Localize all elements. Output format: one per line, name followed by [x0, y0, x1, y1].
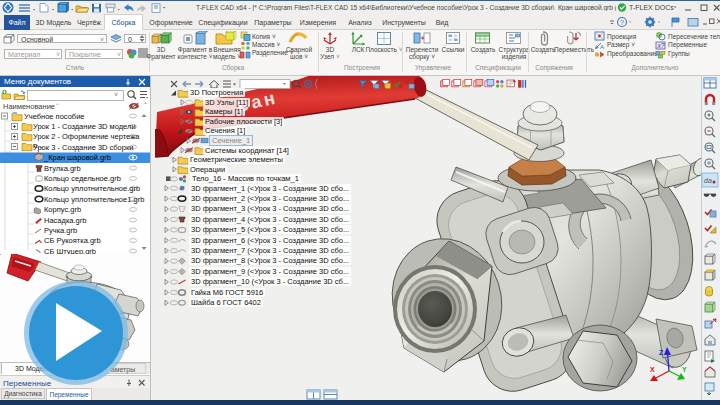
svg-text:?: ?	[620, 19, 624, 26]
svg-text:Y: Y	[682, 366, 687, 373]
svg-text:T-FLEX DOCs: T-FLEX DOCs	[629, 4, 674, 11]
svg-text:X: X	[650, 366, 655, 373]
svg-text:Z: Z	[659, 349, 664, 356]
svg-text:da: da	[704, 177, 712, 184]
svg-text:x?: x?	[657, 42, 665, 49]
